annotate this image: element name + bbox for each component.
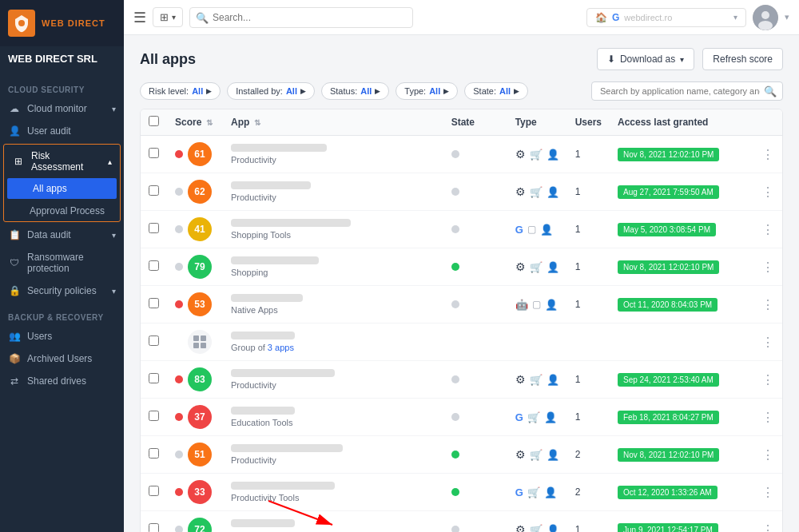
- col-spacer: [427, 109, 443, 136]
- refresh-score-button[interactable]: Refresh score: [702, 48, 783, 70]
- users-cell: 1: [567, 173, 610, 211]
- score-circle: 41: [188, 217, 212, 241]
- sidebar-item-ransomware[interactable]: 🛡 Ransomware protection: [0, 246, 124, 280]
- app-cell: Productivity: [223, 361, 427, 399]
- col-app-header[interactable]: App ⇅: [223, 109, 427, 136]
- row-checkbox[interactable]: [149, 523, 159, 532]
- more-options-button[interactable]: ⋮: [761, 373, 774, 387]
- row-dot: [175, 188, 183, 196]
- state-cell: [443, 173, 507, 211]
- more-options-button[interactable]: ⋮: [761, 185, 774, 199]
- cart-icon: 🛒: [530, 524, 543, 533]
- address-bar[interactable]: 🏠 G webdirect.ro ▾: [586, 8, 746, 27]
- table-row: 61 Productivity ⚙🛒👤 1 Nov 8, 2021 12:02:…: [141, 136, 782, 173]
- filter-status[interactable]: Status: All ▶: [321, 82, 389, 100]
- more-options-button[interactable]: ⋮: [761, 335, 774, 349]
- row-checkbox[interactable]: [149, 373, 159, 383]
- sidebar: WEB DIRECT WEB DIRECT SRL CLOUD SECURITY…: [0, 0, 124, 532]
- col-score-header[interactable]: Score ⇅: [167, 109, 223, 136]
- more-options-button[interactable]: ⋮: [761, 523, 774, 533]
- access-badge: Feb 18, 2021 8:04:27 PM: [618, 411, 719, 424]
- score-circle: 61: [188, 142, 212, 166]
- table-row: 41 Shopping Tools G▢👤 1 May 5, 2020 3:08…: [141, 211, 782, 248]
- avatar-chevron-icon: ▾: [785, 12, 789, 22]
- table-row: 33 Productivity Tools G🛒👤 2 Oct 12, 2020…: [141, 474, 782, 511]
- row-checkbox[interactable]: [149, 223, 159, 233]
- row-checkbox-cell: [141, 248, 167, 286]
- row-checkbox[interactable]: [149, 148, 159, 158]
- filter-state[interactable]: State: All ▶: [464, 82, 528, 100]
- type-cell: G▢👤: [507, 211, 567, 248]
- row-checkbox[interactable]: [149, 298, 159, 308]
- row-checkbox[interactable]: [149, 448, 159, 459]
- state-dot-green: [451, 451, 459, 459]
- more-options-button[interactable]: ⋮: [761, 448, 774, 462]
- group-link[interactable]: 3 apps: [268, 343, 294, 352]
- sidebar-item-cloud-monitor[interactable]: ☁ Cloud monitor ▾: [0, 97, 124, 120]
- spacer-cell: [427, 173, 443, 211]
- user-avatar[interactable]: [753, 5, 778, 30]
- sidebar-item-security-policies[interactable]: 🔒 Security policies ▾: [0, 280, 124, 302]
- row-checkbox[interactable]: [149, 185, 159, 196]
- access-cell: Feb 18, 2021 8:04:27 PM: [610, 399, 753, 436]
- app-category: Productivity: [231, 380, 419, 390]
- select-all-checkbox[interactable]: [149, 116, 159, 126]
- row-dot: [175, 488, 183, 496]
- row-dot: [175, 375, 183, 383]
- sidebar-item-user-audit[interactable]: 👤 User audit: [0, 120, 124, 142]
- sidebar-item-all-apps[interactable]: All apps: [7, 178, 117, 199]
- filter-installed-by[interactable]: Installed by: All ▶: [227, 82, 315, 100]
- sidebar-item-approval-process[interactable]: Approval Process: [4, 200, 120, 221]
- section-cloud-security: CLOUD SECURITY: [0, 74, 124, 97]
- sidebar-item-label: Ransomware protection: [27, 252, 116, 274]
- sidebar-item-data-audit[interactable]: 📋 Data audit ▾: [0, 224, 124, 246]
- filter-risk-level[interactable]: Risk level: All ▶: [140, 82, 221, 100]
- sidebar-item-archived-users[interactable]: 📦 Archived Users: [0, 347, 124, 370]
- content-header: All apps ⬇ Download as ▾ Refresh score: [140, 48, 783, 70]
- users-cell: 1: [567, 136, 610, 173]
- gear-icon: ⚙: [515, 523, 526, 532]
- sidebar-item-shared-drives[interactable]: ⇄ Shared drives: [0, 370, 124, 392]
- sidebar-item-risk-assessment[interactable]: ⊞ Risk Assessment ▴: [4, 145, 120, 178]
- grid-view-icon: ⊞: [160, 11, 169, 23]
- filter-type[interactable]: Type: All ▶: [396, 82, 458, 100]
- state-dot-gray: [451, 526, 459, 532]
- row-checkbox[interactable]: [149, 335, 159, 346]
- app-search-input[interactable]: [591, 81, 783, 101]
- access-cell: May 5, 2020 3:08:54 PM: [610, 211, 753, 248]
- company-name: WEB DIRECT SRL: [0, 46, 124, 74]
- row-checkbox-cell: [141, 324, 167, 361]
- topbar-search-input[interactable]: [189, 7, 413, 28]
- filters-row: Risk level: All ▶ Installed by: All ▶ St…: [140, 81, 783, 101]
- sidebar-item-users[interactable]: 👥 Users: [0, 325, 124, 347]
- access-badge: Jun 9, 2021 12:54:17 PM: [618, 523, 718, 532]
- more-options-button[interactable]: ⋮: [761, 298, 774, 312]
- hamburger-icon[interactable]: ☰: [133, 9, 146, 26]
- chevron-down-icon: ▾: [680, 55, 684, 64]
- view-switcher[interactable]: ⊞ ▾: [153, 7, 183, 27]
- google-g-icon: G: [515, 411, 523, 423]
- row-checkbox[interactable]: [149, 260, 159, 271]
- more-options-button[interactable]: ⋮: [761, 148, 774, 161]
- app-category: Shopping: [231, 268, 419, 277]
- user-icon: 👤: [8, 125, 21, 137]
- access-cell: Nov 8, 2021 12:02:10 PM: [610, 136, 753, 173]
- spacer-cell: [427, 436, 443, 474]
- more-options-button[interactable]: ⋮: [761, 260, 774, 274]
- row-dot: [175, 225, 183, 233]
- spacer-cell: [427, 361, 443, 399]
- row-checkbox-cell: [141, 474, 167, 511]
- more-options-button[interactable]: ⋮: [761, 486, 774, 499]
- app-category: Productivity Tools: [231, 493, 419, 502]
- app-name-blurred: [231, 219, 351, 227]
- cart-icon: 🛒: [530, 261, 543, 273]
- row-checkbox[interactable]: [149, 486, 159, 496]
- lock-icon: 🔒: [8, 285, 21, 296]
- more-options-button[interactable]: ⋮: [761, 223, 774, 236]
- filter-chevron-icon: ▶: [375, 87, 380, 95]
- more-options-button[interactable]: ⋮: [761, 411, 774, 424]
- score-cell: [167, 324, 223, 361]
- download-button[interactable]: ⬇ Download as ▾: [597, 48, 694, 70]
- spacer-cell: [427, 511, 443, 533]
- row-checkbox[interactable]: [149, 411, 159, 421]
